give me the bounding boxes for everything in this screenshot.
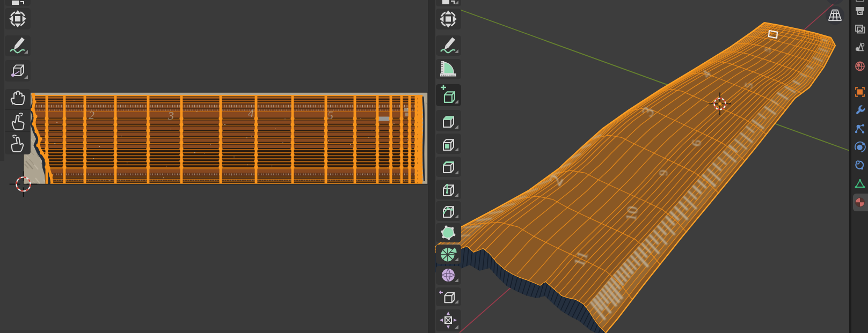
svg-text:9: 9 <box>657 169 670 176</box>
svg-text:10: 10 <box>622 205 641 223</box>
